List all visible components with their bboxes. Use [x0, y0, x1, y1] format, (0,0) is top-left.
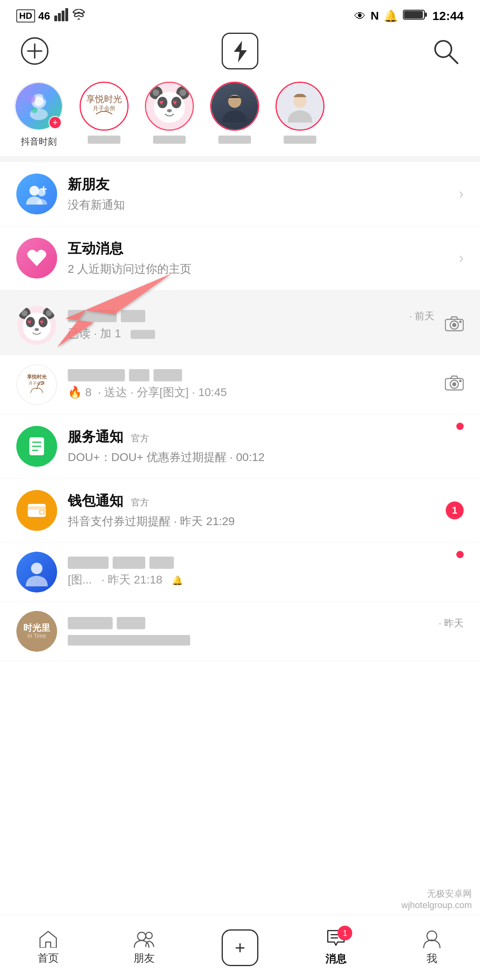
- svg-point-43: [46, 310, 52, 316]
- svg-rect-67: [28, 506, 46, 510]
- eye-icon: 👁: [354, 9, 366, 23]
- network-signal: 46: [38, 10, 50, 22]
- new-friends-title: 新朋友: [68, 175, 448, 194]
- status-bar: HD 46 👁 N 🔔: [0, 0, 480, 29]
- stories-row: + 抖音时刻 享悦时光 月子会所: [12, 82, 480, 148]
- signal-bars: [53, 7, 68, 25]
- wallet-content: 钱包通知 官方 抖音支付券过期提醒 · 昨天 21:29: [68, 492, 435, 529]
- nfc-icon: N: [371, 9, 379, 22]
- message-item-shiguangli[interactable]: 时光里 In Time · 昨天: [0, 602, 480, 661]
- tab-messages[interactable]: 1 消息: [288, 929, 384, 966]
- wallet-avatar: [16, 490, 57, 531]
- msg-name-store: [68, 369, 182, 381]
- section-divider-1: [0, 156, 480, 162]
- svg-rect-5: [424, 13, 427, 17]
- interaction-arrow: ›: [459, 249, 464, 267]
- svg-point-27: [154, 92, 185, 123]
- msg-preview-panda: 已读 · 加 1: [68, 326, 434, 341]
- story-avatar-panda[interactable]: ♥ ♥: [145, 82, 194, 131]
- wallet-notify-item[interactable]: 钱包通知 官方 抖音支付券过期提醒 · 昨天 21:29 1: [0, 479, 480, 543]
- svg-point-52: [452, 323, 456, 327]
- tab-friends[interactable]: 朋友: [96, 930, 192, 965]
- section-divider-2: [0, 290, 480, 296]
- status-right: 👁 N 🔔 12:44: [354, 9, 464, 24]
- story-add-badge: +: [49, 116, 62, 129]
- interaction-item[interactable]: 互动消息 2 人近期访问过你的主页 ›: [0, 226, 480, 290]
- flash-button[interactable]: [222, 33, 258, 69]
- svg-point-32: [167, 109, 172, 112]
- camera-icon-panda[interactable]: [445, 316, 464, 335]
- svg-point-69: [40, 510, 44, 514]
- interaction-avatar: [16, 238, 57, 278]
- add-button[interactable]: [20, 37, 49, 65]
- service-notify-item[interactable]: 服务通知 官方 DOU+：DOU+ 优惠券过期提醒 · 00:12: [0, 414, 480, 479]
- search-button[interactable]: [431, 37, 460, 65]
- tab-friends-label: 朋友: [133, 951, 155, 965]
- story-name-blur-3: [218, 136, 251, 144]
- story-item-self[interactable]: + 抖音时刻: [12, 82, 65, 148]
- msg-avatar-panda: ♥ ♥: [16, 305, 57, 346]
- tab-home[interactable]: 首页: [0, 930, 96, 965]
- tab-add[interactable]: +: [192, 929, 288, 966]
- tab-home-label: 首页: [38, 951, 59, 965]
- svg-marker-10: [234, 41, 247, 62]
- svg-point-35: [29, 186, 39, 196]
- silent-icon: 🔔: [384, 9, 398, 23]
- svg-text:享悦时光: 享悦时光: [86, 94, 122, 104]
- tab-me[interactable]: 我: [384, 929, 480, 966]
- service-avatar: [16, 426, 57, 467]
- service-title: 服务通知 官方: [68, 428, 464, 446]
- story-name-blur-4: [284, 136, 316, 144]
- svg-rect-3: [65, 8, 68, 21]
- msg-content-photo-blue: [图... · 昨天 21:18 🔔: [68, 557, 464, 588]
- story-item-girl1[interactable]: [208, 82, 261, 144]
- status-left: HD 46: [16, 7, 86, 25]
- story-avatar-doujin[interactable]: +: [14, 82, 63, 131]
- story-item-panda[interactable]: ♥ ♥: [143, 82, 196, 144]
- svg-point-26: [180, 89, 186, 96]
- message-item-store[interactable]: 享悦时光 月子会所 🔥 8 · 送达 · 分享[图文] · 10:45: [0, 355, 480, 414]
- story-name-blur-1: [88, 136, 120, 144]
- story-avatar-girl2[interactable]: [276, 82, 324, 131]
- battery-icon: [403, 9, 427, 24]
- msg-avatar-shiguangli: 时光里 In Time: [16, 611, 57, 652]
- message-item-photo-blue[interactable]: [图... · 昨天 21:18 🔔: [0, 543, 480, 602]
- story-name-blur-2: [153, 136, 186, 144]
- svg-point-71: [138, 932, 146, 940]
- service-subtitle: DOU+：DOU+ 优惠券过期提醒 · 00:12: [68, 450, 464, 465]
- svg-point-61: [459, 380, 462, 382]
- camera-icon-store[interactable]: [445, 375, 464, 394]
- wallet-official-tag: 官方: [131, 497, 149, 508]
- service-content: 服务通知 官方 DOU+：DOU+ 优惠券过期提醒 · 00:12: [68, 428, 464, 465]
- story-item-store[interactable]: 享悦时光 月子会所: [78, 82, 131, 144]
- story-avatar-girl1[interactable]: [210, 82, 259, 131]
- svg-point-16: [27, 95, 36, 103]
- msg-content-shiguangli: · 昨天: [68, 617, 464, 646]
- msg-avatar-store: 享悦时光 月子会所: [16, 364, 57, 405]
- wifi-icon: [71, 9, 86, 23]
- svg-rect-1: [58, 13, 61, 21]
- msg-top-store: [68, 369, 434, 381]
- new-friends-item[interactable]: 新朋友 没有新通知 ›: [0, 162, 480, 226]
- svg-text:♥: ♥: [173, 98, 177, 107]
- new-friends-subtitle: 没有新通知: [68, 197, 448, 213]
- interaction-subtitle: 2 人近期访问过你的主页: [68, 261, 448, 277]
- story-item-girl2[interactable]: [273, 82, 327, 144]
- message-item-panda[interactable]: ♥ ♥ · 前天 已读 · 加 1: [0, 296, 480, 355]
- story-label-doujin: 抖音时刻: [21, 136, 57, 148]
- svg-text:♥: ♥: [159, 98, 164, 107]
- msg-name-panda: [68, 310, 145, 322]
- tab-bar: 首页 朋友 + 1 消息 我: [0, 915, 480, 980]
- story-avatar-store[interactable]: 享悦时光 月子会所: [80, 82, 129, 131]
- service-red-dot: [456, 423, 464, 430]
- svg-text:♥: ♥: [40, 318, 44, 325]
- msg-name-shiguangli: [68, 617, 145, 629]
- interaction-title: 互动消息: [68, 239, 448, 258]
- tab-messages-badge: 1: [338, 926, 352, 940]
- tab-messages-badge-wrap: 1: [326, 929, 346, 949]
- tab-plus-button[interactable]: +: [222, 929, 258, 966]
- svg-point-72: [146, 932, 152, 939]
- msg-preview-shiguangli: [68, 633, 464, 646]
- wallet-subtitle: 抖音支付券过期提醒 · 昨天 21:29: [68, 514, 435, 529]
- msg-top-photo-blue: [68, 557, 464, 569]
